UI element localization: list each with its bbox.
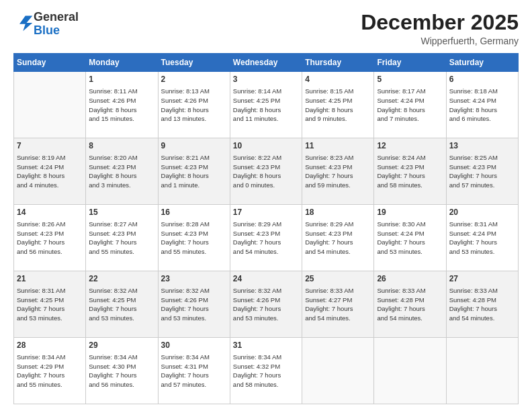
day-number: 28	[17, 340, 83, 351]
table-row: 3Sunrise: 8:14 AM Sunset: 4:25 PM Daylig…	[230, 72, 302, 138]
svg-marker-0	[19, 15, 32, 31]
day-number: 25	[305, 273, 371, 285]
day-info: Sunrise: 8:13 AM Sunset: 4:26 PM Dayligh…	[161, 87, 227, 124]
day-number: 16	[161, 207, 227, 218]
day-info: Sunrise: 8:25 AM Sunset: 4:23 PM Dayligh…	[449, 153, 515, 190]
page: General Blue December 2025 Wipperfuerth,…	[0, 0, 532, 411]
day-info: Sunrise: 8:31 AM Sunset: 4:24 PM Dayligh…	[449, 220, 515, 257]
table-row: 22Sunrise: 8:32 AM Sunset: 4:25 PM Dayli…	[86, 271, 158, 338]
table-row: 9Sunrise: 8:21 AM Sunset: 4:23 PM Daylig…	[158, 138, 230, 205]
day-info: Sunrise: 8:27 AM Sunset: 4:23 PM Dayligh…	[89, 220, 154, 257]
col-tuesday: Tuesday	[158, 54, 230, 72]
day-info: Sunrise: 8:11 AM Sunset: 4:26 PM Dayligh…	[89, 87, 154, 124]
calendar-week-row: 21Sunrise: 8:31 AM Sunset: 4:25 PM Dayli…	[14, 271, 519, 338]
day-info: Sunrise: 8:33 AM Sunset: 4:28 PM Dayligh…	[449, 286, 515, 323]
logo-blue-text: Blue	[34, 24, 79, 38]
location-title: Wipperfuerth, Germany	[361, 36, 519, 46]
day-info: Sunrise: 8:31 AM Sunset: 4:25 PM Dayligh…	[17, 286, 83, 323]
table-row: 19Sunrise: 8:30 AM Sunset: 4:24 PM Dayli…	[374, 205, 446, 271]
day-info: Sunrise: 8:34 AM Sunset: 4:32 PM Dayligh…	[233, 353, 299, 390]
day-info: Sunrise: 8:20 AM Sunset: 4:23 PM Dayligh…	[89, 153, 154, 190]
day-number: 24	[233, 273, 299, 285]
day-info: Sunrise: 8:32 AM Sunset: 4:26 PM Dayligh…	[161, 286, 227, 323]
logo: General Blue	[13, 11, 79, 38]
table-row: 5Sunrise: 8:17 AM Sunset: 4:24 PM Daylig…	[374, 72, 446, 138]
day-info: Sunrise: 8:26 AM Sunset: 4:23 PM Dayligh…	[17, 220, 83, 257]
day-info: Sunrise: 8:22 AM Sunset: 4:23 PM Dayligh…	[233, 153, 299, 190]
day-number: 3	[233, 74, 299, 85]
day-number: 18	[305, 207, 371, 218]
day-info: Sunrise: 8:33 AM Sunset: 4:28 PM Dayligh…	[377, 286, 443, 323]
logo-general-text: General	[34, 11, 79, 24]
day-info: Sunrise: 8:33 AM Sunset: 4:27 PM Dayligh…	[305, 286, 371, 323]
day-info: Sunrise: 8:30 AM Sunset: 4:24 PM Dayligh…	[377, 220, 443, 257]
day-number: 21	[17, 273, 83, 285]
day-number: 15	[89, 207, 154, 218]
day-number: 12	[377, 140, 443, 152]
calendar-table: Sunday Monday Tuesday Wednesday Thursday…	[13, 53, 519, 404]
header: General Blue December 2025 Wipperfuerth,…	[13, 11, 519, 46]
col-sunday: Sunday	[14, 54, 86, 72]
table-row: 16Sunrise: 8:28 AM Sunset: 4:23 PM Dayli…	[158, 205, 230, 271]
day-number: 27	[449, 273, 515, 285]
col-saturday: Saturday	[446, 54, 518, 72]
table-row: 12Sunrise: 8:24 AM Sunset: 4:23 PM Dayli…	[374, 138, 446, 205]
day-info: Sunrise: 8:17 AM Sunset: 4:24 PM Dayligh…	[377, 87, 443, 124]
table-row	[14, 72, 86, 138]
day-number: 23	[161, 273, 227, 285]
day-info: Sunrise: 8:23 AM Sunset: 4:23 PM Dayligh…	[305, 153, 371, 190]
day-number: 31	[233, 340, 299, 351]
logo-icon	[15, 13, 34, 32]
day-info: Sunrise: 8:28 AM Sunset: 4:23 PM Dayligh…	[161, 220, 227, 257]
table-row: 26Sunrise: 8:33 AM Sunset: 4:28 PM Dayli…	[374, 271, 446, 338]
table-row: 7Sunrise: 8:19 AM Sunset: 4:24 PM Daylig…	[14, 138, 86, 205]
table-row: 18Sunrise: 8:29 AM Sunset: 4:23 PM Dayli…	[302, 205, 374, 271]
day-info: Sunrise: 8:15 AM Sunset: 4:25 PM Dayligh…	[305, 87, 371, 124]
day-info: Sunrise: 8:29 AM Sunset: 4:23 PM Dayligh…	[305, 220, 371, 257]
table-row: 31Sunrise: 8:34 AM Sunset: 4:32 PM Dayli…	[230, 338, 302, 404]
day-info: Sunrise: 8:19 AM Sunset: 4:24 PM Dayligh…	[17, 153, 83, 190]
day-info: Sunrise: 8:32 AM Sunset: 4:25 PM Dayligh…	[89, 286, 154, 323]
day-number: 26	[377, 273, 443, 285]
day-number: 7	[17, 140, 83, 152]
table-row: 10Sunrise: 8:22 AM Sunset: 4:23 PM Dayli…	[230, 138, 302, 205]
table-row: 6Sunrise: 8:18 AM Sunset: 4:24 PM Daylig…	[446, 72, 518, 138]
day-info: Sunrise: 8:34 AM Sunset: 4:31 PM Dayligh…	[161, 353, 227, 390]
table-row: 15Sunrise: 8:27 AM Sunset: 4:23 PM Dayli…	[86, 205, 158, 271]
table-row: 27Sunrise: 8:33 AM Sunset: 4:28 PM Dayli…	[446, 271, 518, 338]
day-number: 17	[233, 207, 299, 218]
table-row: 14Sunrise: 8:26 AM Sunset: 4:23 PM Dayli…	[14, 205, 86, 271]
day-number: 4	[305, 74, 371, 85]
day-number: 10	[233, 140, 299, 152]
day-number: 8	[89, 140, 154, 152]
calendar-week-row: 7Sunrise: 8:19 AM Sunset: 4:24 PM Daylig…	[14, 138, 519, 205]
table-row: 29Sunrise: 8:34 AM Sunset: 4:30 PM Dayli…	[86, 338, 158, 404]
calendar-week-row: 28Sunrise: 8:34 AM Sunset: 4:29 PM Dayli…	[14, 338, 519, 404]
day-number: 11	[305, 140, 371, 152]
day-info: Sunrise: 8:32 AM Sunset: 4:26 PM Dayligh…	[233, 286, 299, 323]
day-number: 5	[377, 74, 443, 85]
table-row: 23Sunrise: 8:32 AM Sunset: 4:26 PM Dayli…	[158, 271, 230, 338]
day-number: 14	[17, 207, 83, 218]
title-block: December 2025 Wipperfuerth, Germany	[361, 11, 519, 46]
table-row: 8Sunrise: 8:20 AM Sunset: 4:23 PM Daylig…	[86, 138, 158, 205]
table-row: 17Sunrise: 8:29 AM Sunset: 4:23 PM Dayli…	[230, 205, 302, 271]
table-row: 1Sunrise: 8:11 AM Sunset: 4:26 PM Daylig…	[86, 72, 158, 138]
calendar-week-row: 14Sunrise: 8:26 AM Sunset: 4:23 PM Dayli…	[14, 205, 519, 271]
day-number: 1	[89, 74, 154, 85]
day-number: 6	[449, 74, 515, 85]
table-row: 20Sunrise: 8:31 AM Sunset: 4:24 PM Dayli…	[446, 205, 518, 271]
col-friday: Friday	[374, 54, 446, 72]
day-number: 29	[89, 340, 154, 351]
day-number: 2	[161, 74, 227, 85]
day-info: Sunrise: 8:18 AM Sunset: 4:24 PM Dayligh…	[449, 87, 515, 124]
day-info: Sunrise: 8:29 AM Sunset: 4:23 PM Dayligh…	[233, 220, 299, 257]
table-row: 4Sunrise: 8:15 AM Sunset: 4:25 PM Daylig…	[302, 72, 374, 138]
col-thursday: Thursday	[302, 54, 374, 72]
calendar-week-row: 1Sunrise: 8:11 AM Sunset: 4:26 PM Daylig…	[14, 72, 519, 138]
day-info: Sunrise: 8:24 AM Sunset: 4:23 PM Dayligh…	[377, 153, 443, 190]
day-info: Sunrise: 8:34 AM Sunset: 4:30 PM Dayligh…	[89, 353, 154, 390]
table-row: 2Sunrise: 8:13 AM Sunset: 4:26 PM Daylig…	[158, 72, 230, 138]
day-number: 20	[449, 207, 515, 218]
day-info: Sunrise: 8:14 AM Sunset: 4:25 PM Dayligh…	[233, 87, 299, 124]
